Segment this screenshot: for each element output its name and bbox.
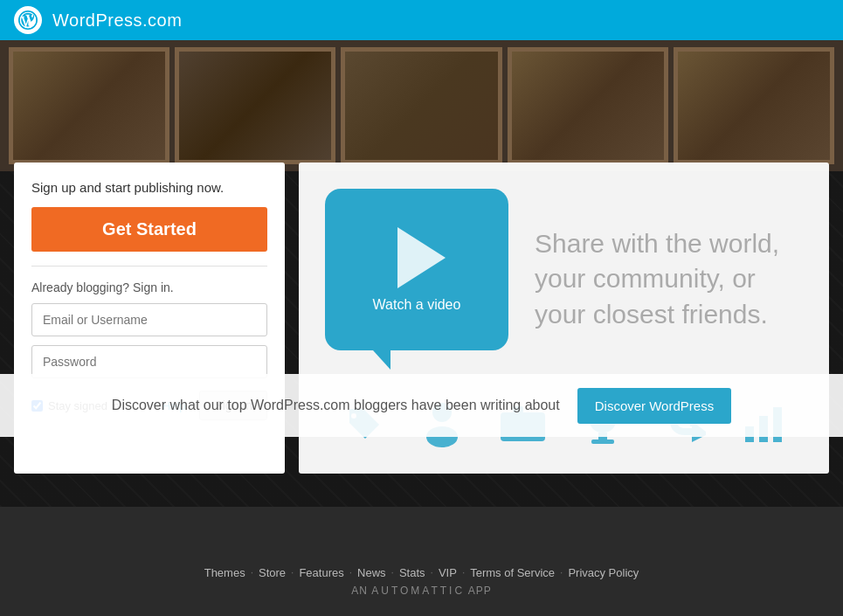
footer-link-stats[interactable]: Stats — [399, 566, 425, 579]
gallery-frame-3 — [341, 47, 501, 164]
tagline-line1: Share with the world, — [535, 229, 779, 258]
gallery-frame-5 — [674, 47, 834, 164]
footer-dot-1: · — [251, 566, 253, 578]
automattic-text: An AUTOMATTIC App — [351, 585, 492, 597]
tagline: Share with the world, your community, or… — [535, 226, 779, 333]
footer-link-vip[interactable]: VIP — [439, 566, 457, 579]
footer-dot-5: · — [431, 566, 433, 578]
discover-text: Discover what our top WordPress.com blog… — [112, 398, 560, 413]
discover-bar: Discover what our top WordPress.com blog… — [0, 374, 843, 437]
footer-link-themes[interactable]: Themes — [204, 566, 245, 579]
footer-dot-4: · — [391, 566, 394, 578]
hero-background: Sign up and start publishing now. Get St… — [0, 40, 843, 507]
gallery-frame-4 — [508, 47, 668, 164]
svg-rect-9 — [591, 440, 614, 444]
email-input[interactable] — [31, 303, 267, 336]
footer-link-features[interactable]: Features — [299, 566, 343, 579]
get-started-button[interactable]: Get Started — [31, 207, 267, 252]
gallery-frame-2 — [175, 47, 335, 164]
gallery-wall — [0, 40, 843, 171]
top-row: Watch a video Share with the world, your… — [325, 189, 803, 370]
bubble-tail — [373, 350, 390, 370]
video-bubble[interactable]: Watch a video — [325, 189, 508, 370]
gallery-frame-1 — [9, 47, 169, 164]
footer-dot-2: · — [291, 566, 294, 578]
footer-link-privacy[interactable]: Privacy Policy — [568, 566, 639, 579]
video-bubble-box[interactable]: Watch a video — [325, 189, 508, 350]
play-icon — [397, 227, 446, 288]
signin-label: Already blogging? Sign in. — [31, 280, 267, 294]
footer-link-tos[interactable]: Terms of Service — [470, 566, 555, 579]
tagline-line3: your closest friends. — [535, 300, 768, 329]
signup-text: Sign up and start publishing now. — [31, 180, 267, 195]
footer-link-store[interactable]: Store — [259, 566, 286, 579]
footer-link-news[interactable]: News — [357, 566, 386, 579]
footer-dot-3: · — [349, 566, 352, 578]
header: WordPress.com — [0, 0, 843, 40]
video-label: Watch a video — [373, 297, 461, 313]
footer-dot-7: · — [560, 566, 563, 578]
footer-dot-6: · — [462, 566, 465, 578]
tagline-line2: your community, or — [535, 264, 756, 293]
site-title: WordPress.com — [52, 10, 182, 31]
footer-links: Themes · Store · Features · News · Stats… — [204, 566, 639, 579]
footer: Themes · Store · Features · News · Stats… — [0, 546, 843, 616]
discover-button[interactable]: Discover WordPress — [577, 388, 731, 424]
wordpress-logo — [14, 6, 42, 34]
